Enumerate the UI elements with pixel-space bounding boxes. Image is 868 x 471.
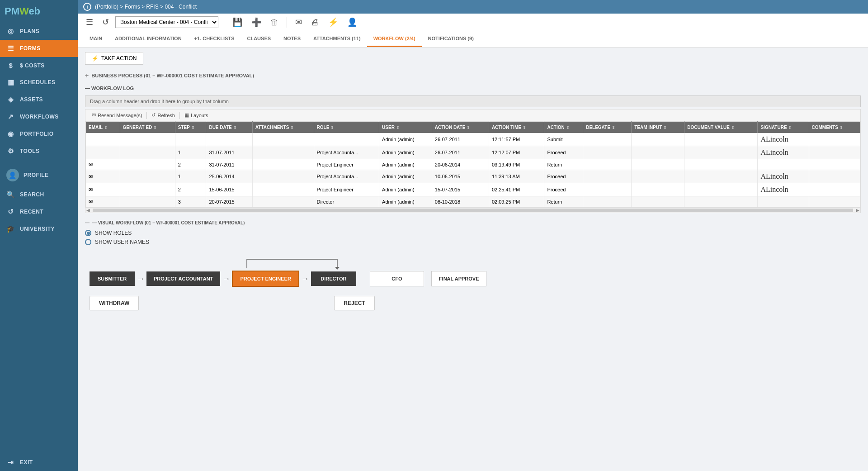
table-cell: 15-07-2015 [432,183,489,196]
email-button[interactable]: ✉ [292,16,305,28]
radio-roles[interactable]: SHOW ROLES [85,230,861,236]
info-icon[interactable]: i [83,3,91,11]
sidebar-item-search[interactable]: 🔍 SEARCH [0,186,78,203]
log-toolbar: ✉ Resend Message(s) ↺ Refresh ▦ Layouts [85,109,861,121]
tab-main[interactable]: MAIN [83,31,108,47]
workflow-diagram: SUBMITTER → PROJECT ACCOUNTANT → PROJECT… [85,252,861,319]
project-select[interactable]: Boston Medical Center - 004 - Confli [115,16,218,28]
table-cell [120,196,175,207]
table-cell: Director [314,196,379,207]
scroll-left-arrow[interactable]: ◀ [85,208,91,213]
col-generated[interactable]: GENERAT ED ⇕ [120,122,175,133]
col-action-time[interactable]: ACTION TIME ⇕ [489,122,544,133]
radio-group: SHOW ROLES SHOW USER NAMES [85,230,861,245]
col-delegate[interactable]: DELEGATE ⇕ [583,122,632,133]
take-action-button[interactable]: ⚡ TAKE ACTION [85,52,143,65]
add-button[interactable]: ➕ [249,16,264,28]
table-cell: Return [544,196,583,207]
assets-icon: ◈ [6,95,15,104]
col-user[interactable]: USER ⇕ [379,122,432,133]
table-cell: Project Engineer [314,159,379,170]
col-team-input[interactable]: TEAM INPUT ⇕ [632,122,684,133]
table-cell: Proceed [544,170,583,183]
sidebar-item-university[interactable]: 🎓 UNIVERSITY [0,220,78,238]
logo: PMWeb [0,0,78,23]
tab-additional[interactable]: ADDITIONAL INFORMATION [108,31,188,47]
delete-button[interactable]: 🗑 [268,17,281,28]
refresh-label: Refresh [157,113,175,118]
sidebar-item-assets[interactable]: ◈ ASSETS [0,91,78,108]
tab-workflow[interactable]: WORKFLOW (2/4) [367,31,422,47]
table-cell [632,146,684,159]
sidebar-item-plans[interactable]: ◎ PLANS [0,23,78,40]
separator-2 [287,17,287,28]
sidebar-item-profile[interactable]: 👤 PROFILE [0,164,78,186]
col-attachments[interactable]: ATTACHMENTS ⇕ [252,122,314,133]
toolbar: ☰ ↺ Boston Medical Center - 004 - Confli… [78,14,868,31]
wf-submitter: SUBMITTER [90,271,135,286]
table-cell: 20-07-2015 [206,196,252,207]
table-cell [120,170,175,183]
tab-attachments[interactable]: ATTACHMENTS (11) [307,31,367,47]
table-cell [684,159,758,170]
col-signature[interactable]: SIGNATURE ⇕ [758,122,809,133]
col-role[interactable]: ROLE ⇕ [314,122,379,133]
refresh-button[interactable]: ↺ Refresh [149,111,178,119]
col-document-value[interactable]: DOCUMENT VALUE ⇕ [684,122,758,133]
resend-button[interactable]: ✉ Resend Message(s) [89,111,145,119]
tab-clauses[interactable]: CLAUSES [241,31,278,47]
sidebar-item-label: TOOLS [20,148,40,154]
table-cell: Return [544,159,583,170]
col-action[interactable]: ACTION ⇕ [544,122,583,133]
col-email[interactable]: EMAIL ⇕ [86,122,120,133]
table-cell: ALincoln [758,146,809,159]
col-action-date[interactable]: ACTION DATE ⇕ [432,122,489,133]
col-due-date[interactable]: DUE DATE ⇕ [206,122,252,133]
undo-button[interactable]: ↺ [99,16,112,28]
table-cell [252,196,314,207]
action-button[interactable]: ⚡ [326,16,341,28]
scroll-right-arrow[interactable]: ▶ [855,208,860,213]
tab-checklists[interactable]: +1. CHECKLISTS [188,31,241,47]
table-row: ✉125-06-2014Project Accounta...Admin (ad… [86,170,860,183]
table-scroll-bar[interactable]: ◀ ▶ [85,208,861,213]
table-cell [632,196,684,207]
table-cell: Proceed [544,146,583,159]
user-button[interactable]: 👤 [344,16,360,28]
save-button[interactable]: 💾 [230,16,245,28]
sidebar-item-tools[interactable]: ⚙ TOOLS [0,143,78,160]
tab-notes[interactable]: NOTES [277,31,307,47]
sidebar-item-label: FORMS [20,45,41,52]
withdraw-button[interactable]: WITHDRAW [90,296,139,310]
sidebar-item-label: SEARCH [20,191,44,198]
col-comments[interactable]: COMMENTS ⇕ [809,122,860,133]
sidebar-item-forms[interactable]: ☰ FORMS [0,40,78,57]
sidebar-item-exit[interactable]: ⇥ EXIT [0,454,78,471]
print-button[interactable]: 🖨 [308,17,322,28]
radio-users[interactable]: SHOW USER NAMES [85,239,861,245]
reject-button[interactable]: REJECT [334,296,374,310]
main-flow-row: SUBMITTER → PROJECT ACCOUNTANT → PROJECT… [90,271,486,287]
table-cell: 31-07-2011 [206,159,252,170]
sidebar-item-workflows[interactable]: ↗ WORKFLOWS [0,108,78,125]
wf-cfo: CFO [370,271,424,286]
table-cell: 1 [175,170,206,183]
table-cell: 12:12:07 PM [489,146,544,159]
table-cell: 03:19:49 PM [489,159,544,170]
sidebar-item-portfolio[interactable]: ◉ PORTFOLIO [0,125,78,143]
workflow-table-container[interactable]: EMAIL ⇕ GENERAT ED ⇕ STEP ⇕ DUE DATE ⇕ A… [85,121,861,208]
table-cell: Admin (admin) [379,133,432,146]
sidebar-item-recent[interactable]: ↺ RECENT [0,203,78,220]
drag-hint: Drag a column header and drop it here to… [85,95,861,107]
business-process-header[interactable]: + BUSINESS PROCESS (01 – WF-000001 Cost … [85,72,861,79]
col-step[interactable]: STEP ⇕ [175,122,206,133]
menu-button[interactable]: ☰ [83,16,96,28]
tab-notifications[interactable]: NOTIFICATIONS (9) [422,31,480,47]
breadcrumb-portfolio-link[interactable]: (Portfolio) [95,4,118,10]
table-row: ✉320-07-2015DirectorAdmin (admin)08-10-2… [86,196,860,207]
sidebar-item-costs[interactable]: $ $ COSTS [0,57,78,74]
table-cell: 2 [175,183,206,196]
layouts-button[interactable]: ▦ Layouts [182,111,211,119]
sidebar-item-schedules[interactable]: ▦ SCHEDULES [0,74,78,91]
table-cell: ALincoln [758,183,809,196]
